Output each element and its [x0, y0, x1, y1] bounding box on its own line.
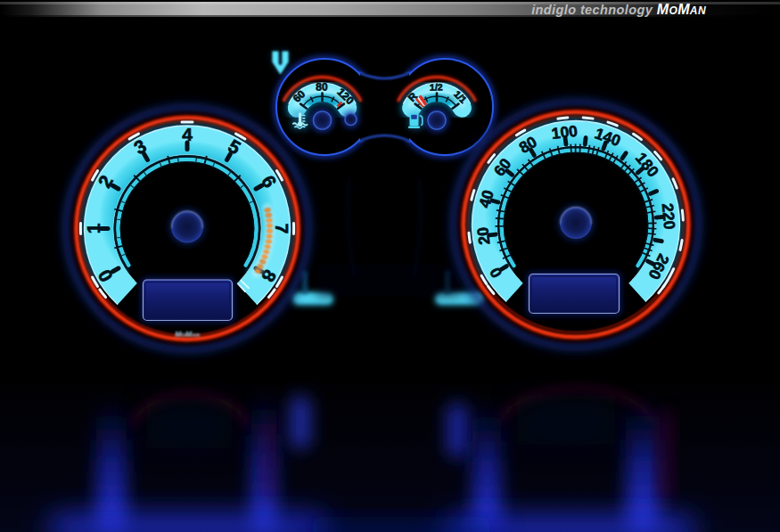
svg-text:1/2: 1/2 [430, 81, 443, 92]
svg-text:20: 20 [473, 226, 493, 246]
svg-text:1: 1 [83, 223, 103, 233]
svg-text:80: 80 [316, 80, 328, 93]
svg-text:220: 220 [659, 202, 678, 230]
svg-text:4: 4 [182, 124, 193, 144]
svg-text:100: 100 [551, 122, 579, 143]
svg-text:indiglo technology MOMAN: indiglo technology MOMAN [531, 2, 706, 17]
svg-text:7: 7 [272, 224, 292, 234]
